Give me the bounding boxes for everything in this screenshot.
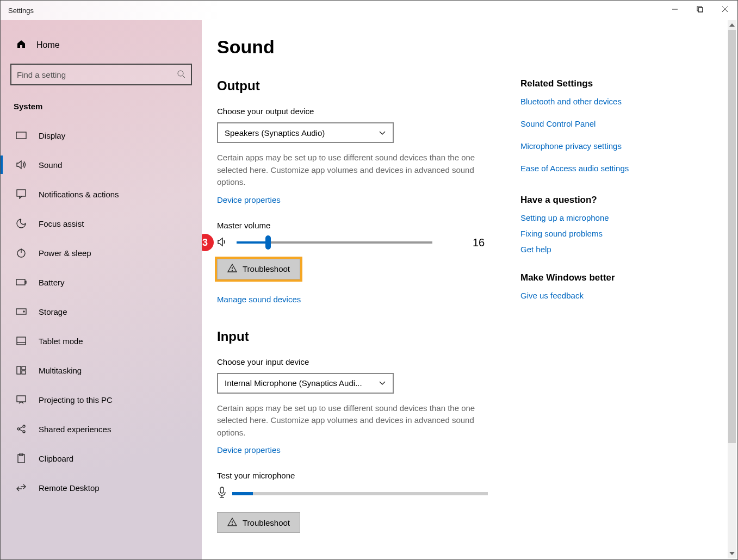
sidebar-item-label: Focus assist bbox=[39, 219, 84, 228]
mic-level-row bbox=[217, 487, 494, 500]
sidebar-item-notifications[interactable]: Notifications & actions bbox=[1, 179, 202, 209]
category-label: System bbox=[10, 98, 192, 121]
clipboard-icon bbox=[16, 453, 27, 464]
sidebar-item-label: Multitasking bbox=[39, 366, 82, 375]
output-device-select[interactable]: Speakers (Synaptics Audio) bbox=[217, 122, 394, 143]
svg-point-15 bbox=[23, 311, 24, 312]
volume-slider[interactable] bbox=[237, 241, 432, 244]
have-question-heading: Have a question? bbox=[520, 195, 656, 206]
focus-assist-icon bbox=[16, 218, 27, 229]
related-link-bluetooth[interactable]: Bluetooth and other devices bbox=[520, 97, 656, 106]
input-heading: Input bbox=[217, 329, 494, 344]
help-link-fix-sound[interactable]: Fixing sound problems bbox=[520, 229, 656, 238]
sidebar-item-label: Storage bbox=[39, 307, 67, 316]
scroll-up-button[interactable] bbox=[728, 20, 736, 30]
sidebar-item-label: Power & sleep bbox=[39, 248, 91, 258]
scrollbar[interactable] bbox=[728, 20, 736, 558]
remote-desktop-icon bbox=[16, 482, 27, 493]
maximize-button[interactable] bbox=[687, 1, 712, 18]
svg-line-25 bbox=[20, 427, 23, 428]
svg-line-7 bbox=[183, 76, 185, 78]
callout-badge: 3 bbox=[202, 234, 214, 251]
search-input[interactable] bbox=[17, 70, 177, 79]
input-device-properties-link[interactable]: Device properties bbox=[217, 445, 281, 455]
page-title: Sound bbox=[217, 36, 706, 58]
output-device-properties-link[interactable]: Device properties bbox=[217, 195, 281, 204]
home-label: Home bbox=[36, 40, 60, 50]
home-icon bbox=[16, 39, 27, 52]
close-button[interactable] bbox=[712, 1, 737, 18]
sidebar-item-remote-desktop[interactable]: Remote Desktop bbox=[1, 473, 202, 502]
related-link-sound-control-panel[interactable]: Sound Control Panel bbox=[520, 119, 656, 128]
output-choose-label: Choose your output device bbox=[217, 107, 494, 116]
sidebar: Home System Display Sound Notifications … bbox=[1, 20, 202, 559]
chevron-down-icon bbox=[379, 128, 386, 138]
sidebar-item-label: Tablet mode bbox=[39, 337, 83, 346]
notifications-icon bbox=[16, 189, 27, 200]
help-link-setup-microphone[interactable]: Setting up a microphone bbox=[520, 213, 656, 222]
sidebar-item-sound[interactable]: Sound bbox=[1, 150, 202, 179]
sidebar-item-focus-assist[interactable]: Focus assist bbox=[1, 209, 202, 238]
main-content: Sound Output Choose your output device S… bbox=[202, 20, 737, 559]
sidebar-item-projecting[interactable]: Projecting to this PC bbox=[1, 385, 202, 414]
output-desc: Certain apps may be set up to use differ… bbox=[217, 152, 494, 189]
multitasking-icon bbox=[16, 365, 27, 376]
shared-icon bbox=[16, 424, 27, 434]
troubleshoot-label: Troubleshoot bbox=[243, 518, 290, 527]
svg-point-22 bbox=[17, 428, 20, 430]
input-device-select[interactable]: Internal Microphone (Synaptics Audi... bbox=[217, 373, 394, 394]
feedback-link[interactable]: Give us feedback bbox=[520, 291, 656, 300]
sidebar-item-tablet-mode[interactable]: Tablet mode bbox=[1, 326, 202, 356]
scrollbar-thumb[interactable] bbox=[728, 30, 736, 443]
storage-icon bbox=[16, 306, 27, 317]
manage-sound-devices-link[interactable]: Manage sound devices bbox=[217, 295, 301, 304]
sidebar-item-label: Clipboard bbox=[39, 454, 73, 463]
svg-rect-20 bbox=[22, 371, 26, 374]
sidebar-item-shared-experiences[interactable]: Shared experiences bbox=[1, 414, 202, 444]
output-device-value: Speakers (Synaptics Audio) bbox=[225, 128, 325, 138]
output-troubleshoot-button[interactable]: Troubleshoot bbox=[217, 259, 300, 279]
warning-icon bbox=[227, 263, 237, 275]
microphone-icon bbox=[217, 487, 227, 500]
sidebar-item-label: Display bbox=[39, 131, 65, 140]
related-link-ease-of-access-audio[interactable]: Ease of Access audio settings bbox=[520, 164, 656, 173]
svg-point-6 bbox=[178, 71, 183, 76]
svg-rect-19 bbox=[22, 366, 26, 370]
svg-rect-12 bbox=[16, 279, 25, 285]
sidebar-item-label: Shared experiences bbox=[39, 425, 111, 434]
scroll-down-button[interactable] bbox=[728, 549, 736, 558]
volume-value: 16 bbox=[473, 237, 485, 249]
sidebar-item-clipboard[interactable]: Clipboard bbox=[1, 444, 202, 473]
chevron-down-icon bbox=[379, 378, 386, 388]
projecting-icon bbox=[16, 394, 27, 405]
battery-icon bbox=[16, 277, 27, 288]
warning-icon bbox=[227, 517, 237, 528]
related-link-microphone-privacy[interactable]: Microphone privacy settings bbox=[520, 141, 656, 151]
svg-point-23 bbox=[23, 425, 25, 427]
svg-rect-21 bbox=[17, 396, 26, 402]
svg-point-24 bbox=[23, 431, 25, 433]
input-desc: Certain apps may be set up to use differ… bbox=[217, 402, 494, 439]
sidebar-item-battery[interactable]: Battery bbox=[1, 267, 202, 297]
sound-icon bbox=[16, 159, 27, 170]
home-link[interactable]: Home bbox=[10, 34, 192, 64]
mic-level-meter bbox=[232, 492, 488, 495]
sidebar-item-power-sleep[interactable]: Power & sleep bbox=[1, 238, 202, 267]
power-icon bbox=[16, 247, 27, 258]
sidebar-item-display[interactable]: Display bbox=[1, 121, 202, 150]
search-box[interactable] bbox=[10, 64, 192, 85]
help-link-get-help[interactable]: Get help bbox=[520, 245, 656, 254]
speaker-icon bbox=[217, 237, 229, 249]
sidebar-item-label: Notifications & actions bbox=[39, 190, 119, 199]
svg-rect-9 bbox=[17, 190, 26, 196]
input-troubleshoot-button[interactable]: Troubleshoot bbox=[217, 512, 300, 533]
svg-rect-33 bbox=[220, 487, 224, 493]
sidebar-item-multitasking[interactable]: Multitasking bbox=[1, 356, 202, 385]
svg-rect-18 bbox=[17, 366, 21, 374]
output-heading: Output bbox=[217, 78, 494, 94]
sidebar-item-storage[interactable]: Storage bbox=[1, 297, 202, 326]
minimize-button[interactable] bbox=[662, 1, 687, 18]
titlebar: Settings bbox=[1, 1, 737, 20]
svg-rect-8 bbox=[16, 132, 26, 139]
window-controls bbox=[662, 1, 737, 18]
